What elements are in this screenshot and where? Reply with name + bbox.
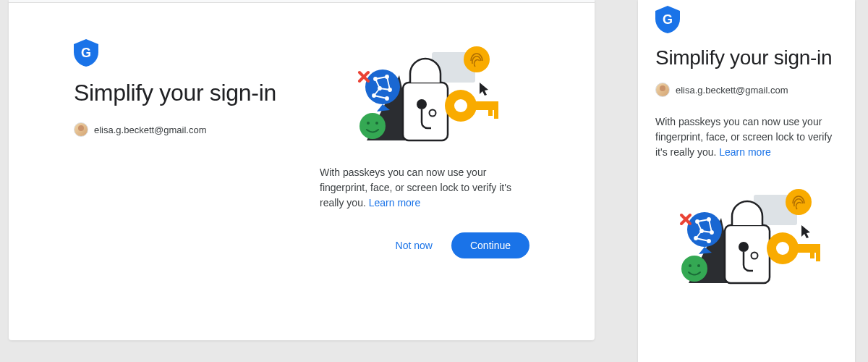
learn-more-link[interactable]: Learn more [369, 197, 421, 209]
svg-rect-26 [494, 109, 498, 119]
desktop-browser-window: G Simplify your sign-in elisa.g.beckett@… [9, 0, 595, 340]
svg-rect-56 [810, 251, 814, 258]
svg-rect-33 [725, 225, 770, 283]
learn-more-link[interactable]: Learn more [719, 146, 771, 158]
svg-rect-25 [488, 109, 493, 116]
svg-point-23 [454, 99, 467, 112]
avatar [655, 83, 670, 97]
passkey-illustration [345, 46, 504, 148]
svg-point-54 [776, 242, 789, 255]
google-shield-icon: G [74, 39, 98, 67]
google-shield-icon: G [655, 6, 680, 33]
svg-point-19 [359, 113, 386, 139]
mobile-window: G Simplify your sign-in elisa.g.beckett@… [638, 0, 855, 362]
account-email: elisa.g.beckett@gmail.com [94, 125, 207, 135]
account-email: elisa.g.beckett@gmail.com [676, 85, 788, 96]
avatar [74, 122, 88, 137]
svg-point-52 [697, 264, 700, 267]
svg-point-20 [367, 122, 370, 125]
description-text: With passkeys you can now use your finge… [320, 165, 529, 211]
svg-point-34 [739, 242, 749, 252]
svg-point-50 [681, 256, 707, 282]
svg-point-21 [375, 122, 378, 125]
page-title: Simplify your sign-in [655, 46, 838, 70]
continue-button[interactable]: Continue [451, 232, 529, 258]
page-title: Simplify your sign-in [74, 80, 291, 106]
svg-rect-57 [816, 251, 820, 261]
svg-text:G: G [663, 12, 673, 27]
svg-rect-2 [403, 83, 448, 140]
svg-point-51 [689, 264, 692, 267]
description-text: With passkeys you can now use your finge… [655, 114, 838, 160]
not-now-button[interactable]: Not now [383, 232, 446, 258]
svg-point-3 [417, 99, 427, 109]
account-chip[interactable]: elisa.g.beckett@gmail.com [74, 122, 207, 137]
svg-text:G: G [81, 46, 91, 60]
passkey-illustration [667, 189, 826, 290]
account-chip[interactable]: elisa.g.beckett@gmail.com [655, 83, 788, 97]
